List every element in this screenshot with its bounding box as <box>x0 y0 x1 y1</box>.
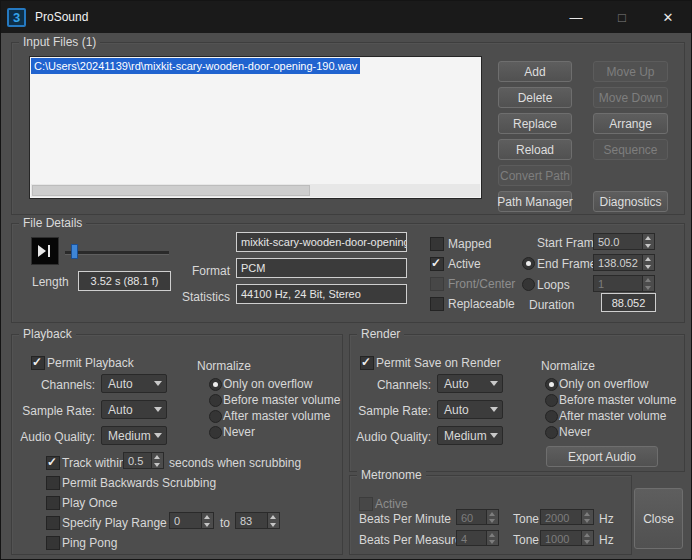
beats-per-minute-label: Beats Per Minute <box>359 512 451 526</box>
spinner-down-icon[interactable] <box>487 538 498 545</box>
ping-pong-checkbox[interactable] <box>46 536 60 550</box>
close-button[interactable]: Close <box>634 488 683 549</box>
beats-per-measure-spinner[interactable]: 4 <box>456 530 499 546</box>
spinner-arrows <box>486 510 498 524</box>
scrollbar-thumb[interactable] <box>32 185 310 196</box>
window-title: ProSound <box>35 10 88 24</box>
spinner-down-icon[interactable] <box>582 538 593 545</box>
duration-field[interactable]: 88.052 <box>601 293 656 312</box>
render-channels-dropdown[interactable]: Auto <box>437 374 503 393</box>
replace-button[interactable]: Replace <box>498 113 572 134</box>
maximize-button[interactable]: □ <box>599 1 645 33</box>
spinner-up-icon[interactable] <box>582 531 593 538</box>
metronome-active-checkbox[interactable] <box>359 497 373 511</box>
spinner-arrows <box>642 255 654 270</box>
spinner-up-icon[interactable] <box>202 513 213 521</box>
playback-normalize-before-radio[interactable] <box>209 394 222 407</box>
ping-pong-label: Ping Pong <box>62 536 117 550</box>
export-audio-button[interactable]: Export Audio <box>546 446 658 467</box>
position-slider[interactable] <box>65 251 169 255</box>
slider-handle[interactable] <box>71 244 78 259</box>
spinner-down-icon[interactable] <box>152 461 163 469</box>
spinner-down-icon[interactable] <box>268 521 279 529</box>
render-normalize-overflow-radio[interactable] <box>545 378 558 391</box>
beats-per-minute-spinner[interactable]: 60 <box>456 509 499 525</box>
render-normalize-before-label: Before master volume <box>559 393 676 407</box>
audio-quality-label: Audio Quality: <box>20 430 95 444</box>
spinner-arrows <box>201 513 213 528</box>
loops-radio[interactable] <box>522 278 535 291</box>
sample-rate-dropdown[interactable]: Auto <box>101 400 167 419</box>
render-normalize-never-radio[interactable] <box>545 426 558 439</box>
spinner-down-icon[interactable] <box>582 517 593 524</box>
metronome-group-label: Metronome <box>357 468 426 482</box>
end-frame-radio[interactable] <box>522 257 535 270</box>
chevron-down-icon <box>150 401 166 418</box>
chevron-down-icon <box>486 375 502 392</box>
range-end-spinner[interactable]: 83 <box>235 512 280 529</box>
specify-play-range-checkbox[interactable] <box>46 516 60 530</box>
spinner-down-icon[interactable] <box>202 521 213 529</box>
play-once-checkbox[interactable] <box>46 496 60 510</box>
render-audio-quality-dropdown[interactable]: Medium <box>437 426 503 445</box>
horizontal-scrollbar[interactable] <box>31 184 480 197</box>
permit-save-checkbox[interactable] <box>360 356 374 370</box>
playback-normalize-never-radio[interactable] <box>209 426 222 439</box>
render-normalize-before-radio[interactable] <box>545 394 558 407</box>
spinner-up-icon[interactable] <box>643 234 654 242</box>
file-name-field[interactable]: mixkit-scary-wooden-door-opening <box>236 232 407 252</box>
permit-backwards-checkbox[interactable] <box>46 476 60 490</box>
start-frame-spinner[interactable]: 50.0 <box>593 233 655 250</box>
replaceable-checkbox[interactable] <box>430 297 444 311</box>
titlebar-close-button[interactable]: ✕ <box>645 1 691 33</box>
permit-playback-checkbox[interactable] <box>31 356 45 370</box>
playback-normalize-overflow-radio[interactable] <box>209 378 222 391</box>
playback-group-label: Playback <box>19 327 76 341</box>
spinner-down-icon[interactable] <box>643 284 654 292</box>
spinner-up-icon[interactable] <box>487 531 498 538</box>
loops-spinner[interactable]: 1 <box>593 275 655 292</box>
spinner-down-icon[interactable] <box>487 517 498 524</box>
playback-normalize-after-radio[interactable] <box>209 410 222 423</box>
statistics-field[interactable]: 44100 Hz, 24 Bit, Stereo <box>236 284 407 304</box>
render-normalize-after-radio[interactable] <box>545 410 558 423</box>
minimize-button[interactable]: — <box>553 1 599 33</box>
file-list-item-selected[interactable]: C:\Users\20241139\rd\mixkit-scary-wooden… <box>31 58 360 74</box>
audio-quality-dropdown[interactable]: Medium <box>101 426 167 445</box>
channels-dropdown[interactable]: Auto <box>101 374 167 393</box>
reload-button[interactable]: Reload <box>498 139 572 160</box>
diagnostics-button[interactable]: Diagnostics <box>593 191 668 212</box>
play-button[interactable] <box>31 237 59 265</box>
spinner-up-icon[interactable] <box>487 510 498 517</box>
spinner-down-icon[interactable] <box>643 242 654 250</box>
delete-button[interactable]: Delete <box>498 87 572 108</box>
front-center-checkbox[interactable] <box>430 277 444 291</box>
add-button[interactable]: Add <box>498 61 572 82</box>
spinner-up-icon[interactable] <box>152 453 163 461</box>
spinner-up-icon[interactable] <box>643 276 654 284</box>
path-manager-button[interactable]: Path Manager <box>498 191 572 212</box>
spinner-up-icon[interactable] <box>582 510 593 517</box>
format-field[interactable]: PCM <box>236 258 407 278</box>
spinner-up-icon[interactable] <box>268 513 279 521</box>
spinner-arrows <box>642 276 654 291</box>
start-frame-label: Start Frame <box>537 236 600 250</box>
spinner-up-icon[interactable] <box>643 255 654 263</box>
end-frame-spinner[interactable]: 138.052 <box>593 254 655 271</box>
render-sample-rate-dropdown[interactable]: Auto <box>437 400 503 419</box>
file-list[interactable]: C:\Users\20241139\rd\mixkit-scary-wooden… <box>29 56 482 199</box>
move-down-button[interactable]: Move Down <box>593 87 668 108</box>
move-up-button[interactable]: Move Up <box>593 61 668 82</box>
track-within-spinner[interactable]: 0.5 <box>123 452 164 469</box>
tone-minute-spinner[interactable]: 2000 <box>540 509 594 525</box>
spinner-down-icon[interactable] <box>643 263 654 271</box>
convert-path-button[interactable]: Convert Path <box>498 165 572 186</box>
track-within-checkbox[interactable] <box>46 456 60 470</box>
mapped-checkbox[interactable] <box>430 237 444 251</box>
range-start-spinner[interactable]: 0 <box>169 512 214 529</box>
tone-minute-label: Tone <box>513 512 539 526</box>
sequence-button[interactable]: Sequence <box>593 139 668 160</box>
arrange-button[interactable]: Arrange <box>593 113 668 134</box>
active-checkbox[interactable] <box>430 257 444 271</box>
tone-measure-spinner[interactable]: 1000 <box>540 530 594 546</box>
